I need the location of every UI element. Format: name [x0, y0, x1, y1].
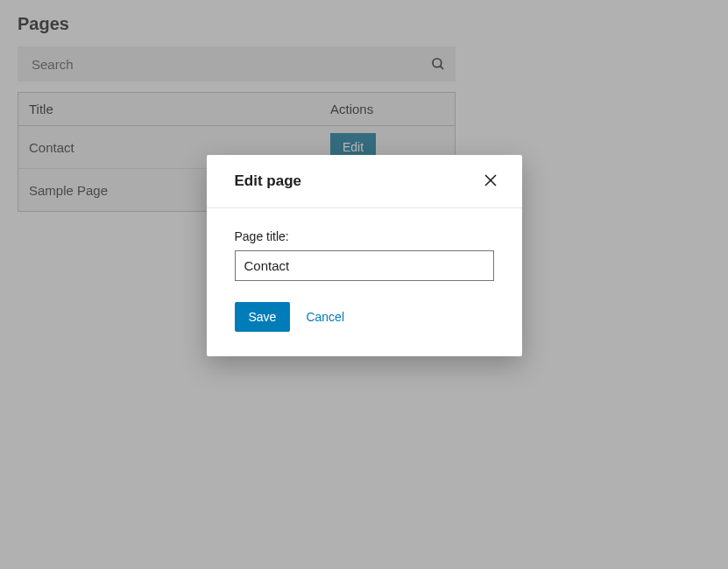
edit-page-modal: Edit page Page title: Save Cancel [207, 155, 522, 356]
modal-body: Page title: Save Cancel [207, 208, 522, 356]
modal-header: Edit page [207, 155, 522, 208]
modal-actions: Save Cancel [235, 302, 494, 332]
modal-overlay[interactable]: Edit page Page title: Save Cancel [0, 0, 728, 569]
modal-title: Edit page [235, 172, 302, 190]
page-title-input[interactable] [235, 250, 494, 281]
save-button[interactable]: Save [235, 302, 291, 332]
cancel-button[interactable]: Cancel [302, 302, 348, 332]
close-button[interactable] [480, 171, 501, 192]
page-title-label: Page title: [235, 229, 494, 243]
close-icon [484, 174, 497, 189]
